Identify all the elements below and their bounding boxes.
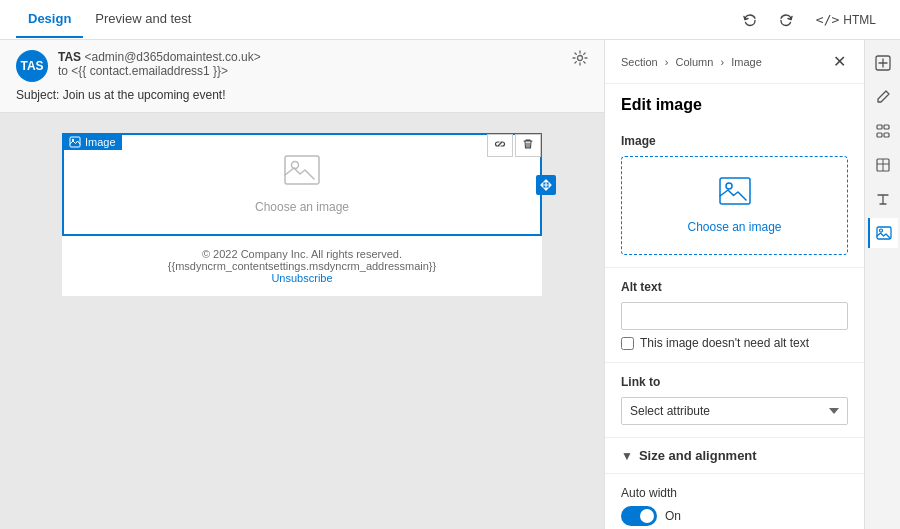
sidebar-text-btn[interactable] (868, 184, 898, 214)
email-subject: Subject: Join us at the upcoming event! (16, 88, 588, 102)
sidebar-image-btn[interactable] (868, 218, 898, 248)
upload-icon (719, 177, 751, 212)
alt-text-section: Alt text This image doesn't need alt tex… (605, 268, 864, 363)
top-bar: Design Preview and test </> HTML (0, 0, 900, 40)
svg-rect-19 (877, 133, 882, 137)
image-upload-section: Image Choose an image (605, 122, 864, 268)
toggle-on-label: On (665, 509, 681, 523)
image-block[interactable]: Image Choose an image (62, 133, 542, 236)
top-bar-actions: </> HTML (736, 8, 884, 32)
html-label: HTML (843, 13, 876, 27)
undo-button[interactable] (736, 8, 764, 32)
svg-point-25 (879, 229, 882, 232)
footer-unsubscribe-link[interactable]: Unsubscribe (271, 272, 332, 284)
svg-rect-17 (877, 125, 882, 129)
size-alignment-title: Size and alignment (639, 448, 757, 463)
link-to-label: Link to (621, 375, 848, 389)
right-sidebar (864, 40, 900, 529)
alt-text-input[interactable] (621, 302, 848, 330)
panel-header: Section › Column › Image ✕ (605, 40, 864, 84)
svg-rect-20 (884, 133, 889, 137)
right-panel: Section › Column › Image ✕ Edit image Im… (604, 40, 864, 529)
email-body: Image Choose an image (0, 113, 604, 529)
image-placeholder[interactable]: Choose an image (64, 135, 540, 234)
avatar: TAS (16, 50, 48, 82)
image-placeholder-text: Choose an image (255, 200, 349, 214)
email-to: to <{{ contact.emailaddress1 }}> (58, 64, 261, 78)
image-section-label: Image (621, 134, 848, 148)
svg-point-4 (292, 162, 299, 169)
auto-width-toggle[interactable] (621, 506, 657, 526)
image-placeholder-icon (284, 155, 320, 192)
link-to-select[interactable]: Select attribute URL Email Phone (621, 397, 848, 425)
email-footer: © 2022 Company Inc. All rights reserved.… (62, 236, 542, 296)
sidebar-tree-btn[interactable] (868, 116, 898, 146)
panel-title: Edit image (605, 84, 864, 122)
svg-point-0 (578, 56, 583, 61)
link-to-section: Link to Select attribute URL Email Phone (605, 363, 864, 438)
move-handle[interactable] (536, 175, 556, 195)
alt-text-label: Alt text (621, 280, 848, 294)
from-name: TAS <admin@d365domaintest.co.uk> (58, 50, 261, 64)
redo-button[interactable] (772, 8, 800, 32)
no-alt-text-checkbox[interactable] (621, 337, 634, 350)
main-content: TAS TAS <admin@d365domaintest.co.uk> to … (0, 40, 900, 529)
email-from-row: TAS TAS <admin@d365domaintest.co.uk> to … (16, 50, 588, 82)
svg-point-6 (726, 183, 732, 189)
no-alt-text-checkbox-row[interactable]: This image doesn't need alt text (621, 336, 848, 350)
auto-width-label: Auto width (621, 486, 848, 500)
footer-copyright: © 2022 Company Inc. All rights reserved. (74, 248, 530, 260)
upload-text: Choose an image (687, 220, 781, 234)
sidebar-add-btn[interactable] (868, 48, 898, 78)
html-button[interactable]: </> HTML (808, 8, 884, 31)
size-alignment-section: Auto width On Alignment (605, 474, 864, 529)
size-alignment-header[interactable]: ▼ Size and alignment (605, 438, 864, 474)
tab-preview[interactable]: Preview and test (83, 1, 203, 38)
sidebar-table-btn[interactable] (868, 150, 898, 180)
email-from-details: TAS <admin@d365domaintest.co.uk> to <{{ … (58, 50, 261, 78)
code-icon: </> (816, 12, 839, 27)
image-link-btn[interactable] (487, 134, 513, 157)
image-block-label: Image (63, 134, 122, 150)
size-alignment-chevron: ▼ (621, 449, 633, 463)
image-upload-area[interactable]: Choose an image (621, 156, 848, 255)
image-delete-btn[interactable] (515, 134, 541, 157)
svg-rect-3 (285, 156, 319, 184)
settings-icon[interactable] (572, 50, 588, 70)
email-header: TAS TAS <admin@d365domaintest.co.uk> to … (0, 40, 604, 113)
no-alt-text-label: This image doesn't need alt text (640, 336, 809, 350)
panel-close-button[interactable]: ✕ (831, 50, 848, 73)
email-canvas: Image Choose an image (62, 133, 542, 296)
sidebar-edit-btn[interactable] (868, 82, 898, 112)
footer-address: {{msdyncrm_contentsettings.msdyncrm_addr… (74, 260, 530, 272)
image-block-toolbar (487, 134, 541, 157)
svg-rect-18 (884, 125, 889, 129)
breadcrumb: Section › Column › Image (621, 56, 762, 68)
auto-width-toggle-row: On (621, 506, 848, 526)
email-preview-panel: TAS TAS <admin@d365domaintest.co.uk> to … (0, 40, 604, 529)
tab-design[interactable]: Design (16, 1, 83, 38)
